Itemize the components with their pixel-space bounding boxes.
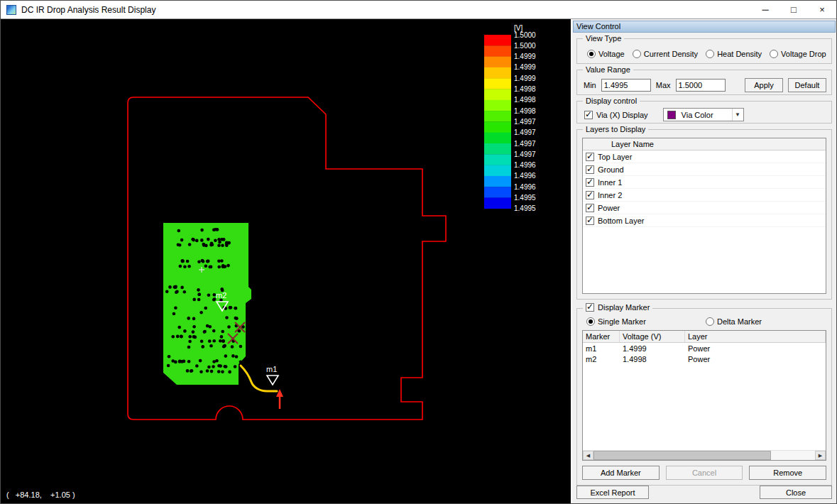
legend-color-step (484, 198, 511, 209)
display-marker-group: Display Marker Single MarkerDelta Marker… (576, 308, 832, 486)
view-type-options: VoltageCurrent DensityHeat DensityVoltag… (577, 39, 831, 63)
layer-name-column-header: Layer Name (583, 140, 654, 148)
view-type-option-voltage-drop[interactable]: Voltage Drop (770, 50, 826, 58)
title-bar: DC IR Drop Analysis Result Display ─ □ × (1, 1, 836, 19)
via-color-dropdown[interactable]: Via Color ▼ (663, 108, 744, 121)
cancel-button[interactable]: Cancel (666, 466, 743, 480)
via-color-swatch (667, 111, 676, 119)
group-title: View Type (583, 34, 624, 43)
layer-label: Power (598, 204, 620, 212)
marker-buttons: Add Marker Cancel Remove (582, 466, 826, 480)
display-marker-checkbox[interactable] (586, 303, 594, 312)
chevron-down-icon[interactable]: ▼ (732, 109, 743, 121)
group-title: Value Range (583, 65, 633, 74)
legend-color-step (484, 78, 511, 89)
radio-label: Current Density (644, 50, 698, 58)
marker-table-body: m11.4999Powerm21.4998Power (583, 343, 826, 364)
value-range-row: Min Max Apply Default (577, 70, 831, 94)
layer-row-ground[interactable]: Ground (583, 163, 826, 176)
legend-tick-label: 1.4999 (514, 53, 536, 60)
marker-row-m2[interactable]: m21.4998Power (583, 354, 826, 364)
color-legend: 1.50001.50001.49991.49991.49991.49981.49… (484, 24, 536, 212)
layer-checkbox[interactable] (586, 191, 594, 199)
layer-checkbox[interactable] (586, 165, 594, 174)
legend-tick-label: 1.4995 (514, 204, 536, 212)
minimize-button[interactable]: ─ (751, 1, 779, 18)
min-range-input[interactable] (601, 79, 651, 92)
layer-row-power[interactable]: Power (583, 202, 826, 214)
layer-row-bottom-layer[interactable]: Bottom Layer (583, 214, 826, 227)
view-type-option-heat-density[interactable]: Heat Density (706, 50, 762, 58)
legend-color-step (484, 165, 511, 177)
via-display-label: Via (X) Display (596, 111, 648, 119)
display-marker-label: Display Marker (598, 303, 650, 312)
layer-row-inner-2[interactable]: Inner 2 (583, 189, 826, 202)
view-control-panel: View Control View Type VoltageCurrent De… (571, 19, 836, 503)
radio-label: Delta Marker (717, 317, 762, 326)
via-color-label: Via Color (682, 111, 732, 119)
marker-table-filler (583, 364, 826, 450)
marker-mode-delta-marker[interactable]: Delta Marker (706, 317, 762, 326)
close-panel-button[interactable]: Close (760, 486, 832, 499)
panel-header: View Control (573, 21, 836, 33)
view-type-option-current-density[interactable]: Current Density (633, 50, 698, 58)
legend-tick-label: 1.4996 (514, 172, 536, 180)
group-title: Display Marker (583, 303, 652, 312)
legend-tick-label: 1.4997 (514, 118, 536, 126)
legend-tick-label: 1.4999 (514, 75, 536, 82)
radio-icon (706, 317, 714, 326)
marker-cell-id: m1 (583, 343, 620, 354)
legend-tick-label: 1.4998 (514, 107, 536, 115)
layer-row-top-layer[interactable]: Top Layer (583, 150, 826, 163)
excel-report-button[interactable]: Excel Report (576, 486, 649, 499)
scroll-left-arrow[interactable]: ◀ (583, 451, 593, 460)
max-label: Max (656, 81, 671, 89)
layer-checkbox[interactable] (586, 217, 594, 225)
layer-row-inner-1[interactable]: Inner 1 (583, 176, 826, 189)
column-header-layer: Layer (685, 331, 826, 342)
maximize-button[interactable]: □ (779, 1, 808, 18)
scroll-track[interactable] (593, 451, 815, 460)
layer-label: Ground (598, 165, 624, 174)
min-label: Min (584, 81, 596, 89)
main-area: m2m1 1.50001.50001.49991.49991.49991.499… (1, 19, 836, 503)
legend-color-step (484, 100, 511, 111)
layer-checkbox[interactable] (586, 153, 594, 161)
via-display-checkbox[interactable] (584, 111, 593, 119)
scroll-right-arrow[interactable]: ▶ (815, 451, 826, 460)
marker-mode-single-marker[interactable]: Single Marker (586, 317, 706, 326)
radio-label: Voltage Drop (781, 50, 826, 58)
max-range-input[interactable] (676, 79, 726, 92)
legend-color-step (484, 143, 511, 155)
radio-label: Single Marker (598, 317, 646, 326)
legend-color-step (484, 35, 511, 46)
marker-table: MarkerVoltage (V)Layer m11.4999Powerm21.… (582, 330, 826, 461)
radio-icon (586, 317, 595, 326)
default-button[interactable]: Default (788, 78, 826, 92)
legend-tick-label: 1.4996 (514, 161, 536, 169)
analysis-canvas[interactable]: m2m1 1.50001.50001.49991.49991.49991.499… (1, 19, 571, 503)
legend-color-step (484, 57, 511, 68)
view-type-option-voltage[interactable]: Voltage (587, 50, 625, 58)
remove-button[interactable]: Remove (749, 466, 826, 480)
value-range-group: Value Range Min Max Apply Default (576, 70, 832, 95)
radio-icon (633, 50, 641, 58)
legend-color-step (484, 154, 511, 165)
layer-checkbox[interactable] (586, 204, 594, 212)
layer-label: Bottom Layer (598, 217, 644, 225)
marker-cell-voltage: 1.4999 (620, 343, 685, 354)
legend-tick-label: 1.4997 (514, 140, 536, 148)
marker-row-m1[interactable]: m11.4999Power (583, 343, 826, 354)
add-marker-button[interactable]: Add Marker (582, 466, 660, 480)
close-button[interactable]: × (808, 1, 836, 18)
coordinates-readout: ( +84.18, +1.05 ) (6, 491, 75, 499)
layer-list-header: Layer Name (583, 138, 826, 150)
column-header-marker: Marker (583, 331, 620, 342)
layer-checkbox[interactable] (586, 178, 594, 187)
apply-button[interactable]: Apply (745, 78, 783, 92)
marker-table-header: MarkerVoltage (V)Layer (583, 331, 826, 343)
scroll-thumb[interactable] (593, 451, 771, 460)
probe-marker-label: m1 (266, 365, 277, 373)
legend-color-step (484, 89, 511, 101)
marker-cell-id: m2 (583, 354, 620, 364)
